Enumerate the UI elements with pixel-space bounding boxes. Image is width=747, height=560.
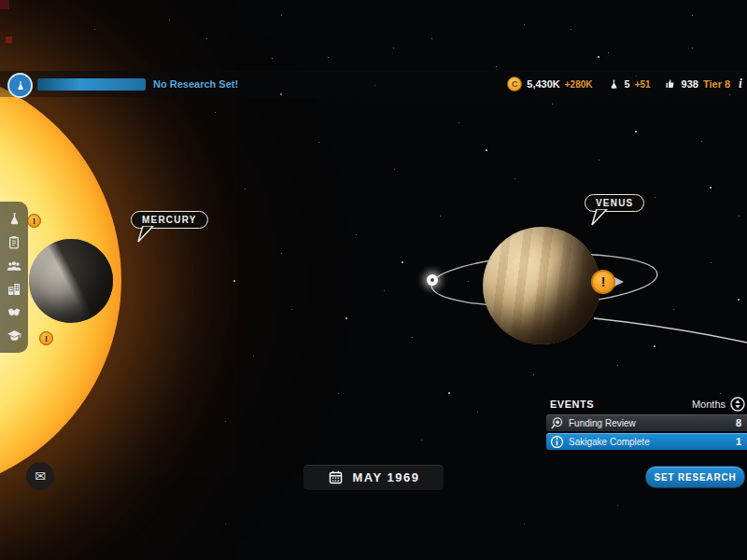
sidebar-item-diplomacy[interactable] xyxy=(5,303,23,322)
people-icon xyxy=(6,259,22,273)
science-delta: +51 xyxy=(635,79,651,90)
mail-icon: ✉ xyxy=(35,469,46,483)
sidebar-item-academy[interactable] xyxy=(5,327,23,345)
sidebar-item-personnel[interactable] xyxy=(5,257,23,275)
orbit-node-marker[interactable] xyxy=(427,274,438,286)
agency-name-redacted xyxy=(37,78,146,91)
recording-artifact xyxy=(0,0,9,9)
top-bar: No Research Set! C 5,430K +280K 5 +51 93… xyxy=(0,71,747,97)
flask-icon xyxy=(15,80,26,91)
science-flask-icon xyxy=(608,78,620,91)
calendar-icon xyxy=(328,469,344,485)
event-label: Funding Review xyxy=(569,418,636,428)
event-value: 1 xyxy=(736,436,741,447)
bubble-tail xyxy=(135,226,154,243)
events-unit-label: Months xyxy=(692,399,726,410)
grad-cap-icon xyxy=(6,329,23,343)
event-row-sakigake-complete[interactable]: Sakigake Complete 1 xyxy=(546,433,747,450)
info-icon[interactable]: i xyxy=(739,77,742,91)
venus-label-bubble[interactable]: VENUS xyxy=(585,194,644,212)
funds-delta: +280K xyxy=(565,79,593,90)
resource-cluster: C 5,430K +280K 5 +51 938 Tier 8 i xyxy=(507,71,742,97)
left-sidebar xyxy=(0,202,28,353)
funding-review-icon xyxy=(550,416,564,430)
bubble-tail xyxy=(589,209,608,226)
date-label: MAY 1969 xyxy=(353,470,420,484)
science-value: 5 xyxy=(625,78,630,90)
venus-warning-icon[interactable]: ! xyxy=(591,270,615,294)
mercury-label: MERCURY xyxy=(142,215,197,225)
mercury-label-bubble[interactable]: MERCURY xyxy=(131,211,208,229)
planet-venus[interactable] xyxy=(483,227,600,344)
months-spinner-icon[interactable] xyxy=(730,397,745,412)
agency-avatar[interactable] xyxy=(7,73,33,98)
tier-label: Tier 8 xyxy=(703,78,730,90)
buildings-icon xyxy=(7,282,21,297)
funds-value: 5,430K xyxy=(527,78,559,90)
recording-artifact xyxy=(6,36,12,43)
event-label: Sakigake Complete xyxy=(569,437,650,447)
funds-coin-icon: C xyxy=(507,77,522,91)
events-header: EVENTS Months xyxy=(546,396,747,413)
academy-warning-badge[interactable]: ! xyxy=(39,331,53,345)
planet-mercury[interactable] xyxy=(29,239,113,323)
research-warning-badge[interactable]: ! xyxy=(27,214,41,228)
events-panel: EVENTS Months Funding Review 8 Sa xyxy=(546,396,747,450)
venus-label: VENUS xyxy=(596,198,633,208)
flask-icon xyxy=(7,211,22,227)
event-row-funding-review[interactable]: Funding Review 8 xyxy=(546,414,747,431)
event-value: 8 xyxy=(736,417,741,428)
game-screen: ! MERCURY VENUS No Research Set! C 5,430… xyxy=(0,0,747,560)
info-icon xyxy=(550,435,564,449)
sidebar-item-missions[interactable] xyxy=(5,233,23,252)
support-value: 938 xyxy=(682,78,698,90)
clipboard-icon xyxy=(7,234,21,250)
date-bar[interactable]: MAY 1969 xyxy=(303,465,444,490)
research-alert[interactable]: No Research Set! xyxy=(153,78,238,90)
sidebar-item-research[interactable] xyxy=(5,210,23,229)
set-research-button[interactable]: SET RESEARCH xyxy=(645,466,745,488)
sidebar-item-base[interactable] xyxy=(5,280,23,299)
support-thumbs-icon xyxy=(666,78,677,90)
handshake-icon xyxy=(6,305,22,319)
events-title: EVENTS xyxy=(550,399,594,410)
mail-button[interactable]: ✉ xyxy=(26,462,54,490)
